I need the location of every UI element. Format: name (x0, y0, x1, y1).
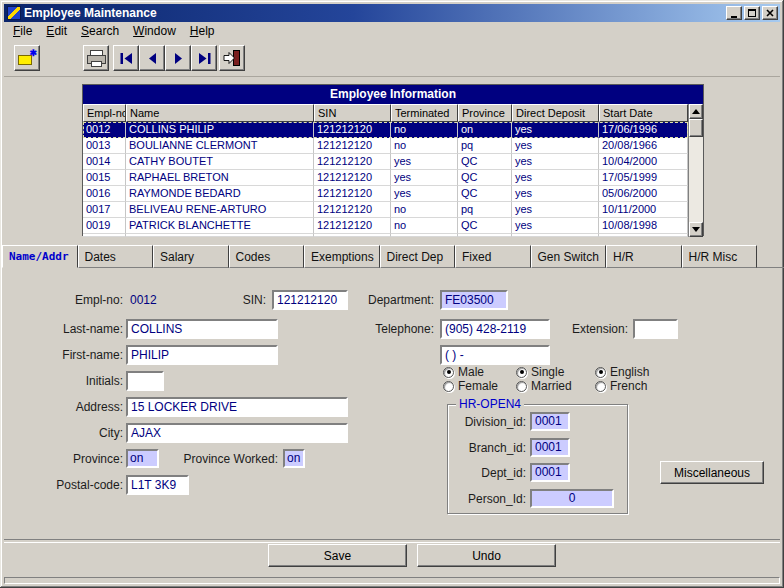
save-button[interactable]: Save (268, 544, 407, 567)
first-name-input[interactable]: PHILIP (126, 345, 278, 365)
title-bar: Employee Maintenance (4, 4, 780, 22)
table-cell: 0017 (83, 202, 126, 218)
column-header-sin[interactable]: SIN (314, 104, 391, 122)
menu-search[interactable]: Search (74, 22, 126, 40)
menu-edit[interactable]: Edit (39, 22, 74, 40)
tab-bar-filler (757, 245, 784, 268)
column-header-province[interactable]: Province (458, 104, 512, 122)
gender-radio-group: MaleFemale (443, 365, 498, 393)
gender-female-radio[interactable] (443, 381, 454, 392)
language-english-radio[interactable] (595, 367, 606, 378)
telephone-input[interactable]: (905) 428-2119 (440, 319, 550, 339)
telephone-label: Telephone: (328, 322, 434, 336)
tab-h-r-misc[interactable]: H/R Misc (682, 245, 758, 268)
department-input[interactable]: FE03500 (440, 290, 508, 310)
tab-direct-dep[interactable]: Direct Dep (380, 245, 456, 268)
table-row[interactable]: 0012COLLINS PHILIP121212120noonyes17/06/… (83, 122, 688, 138)
table-cell: no (391, 202, 458, 218)
dept-id-label: Dept_id: (450, 466, 526, 480)
column-header-terminated[interactable]: Terminated (391, 104, 458, 122)
scroll-thumb[interactable] (689, 119, 703, 137)
miscellaneous-button[interactable]: Miscellaneous (660, 461, 764, 484)
menu-help[interactable]: Help (183, 22, 222, 40)
tab-bar: Name/AddrDatesSalaryCodesExemptionsDirec… (2, 245, 784, 268)
tab-dates[interactable]: Dates (78, 245, 154, 268)
province-input[interactable]: on (126, 449, 159, 468)
column-header-direct-deposit[interactable]: Direct Deposit (512, 104, 599, 122)
division-id-input[interactable]: 0001 (530, 412, 570, 431)
tab-gen-switch[interactable]: Gen Switch (531, 245, 607, 268)
telephone2-input[interactable]: ( ) - (440, 345, 550, 365)
next-record-button[interactable] (165, 45, 191, 71)
table-row[interactable]: 0014CATHY BOUTET121212120yesQCyes10/04/2… (83, 154, 688, 170)
last-name-input[interactable]: COLLINS (126, 319, 278, 339)
table-cell: 0013 (83, 138, 126, 154)
person-id-label: Person_Id: (450, 492, 526, 506)
branch-id-label: Branch_id: (450, 441, 526, 455)
scroll-down-button[interactable] (689, 222, 703, 237)
marital-married-radio[interactable] (516, 381, 527, 392)
menu-file[interactable]: File (6, 22, 39, 40)
address-input[interactable]: 15 LOCKER DRIVE (126, 397, 348, 417)
language-french-label: French (610, 379, 647, 393)
tab-exemptions[interactable]: Exemptions (304, 245, 380, 268)
maximize-button[interactable] (744, 6, 760, 20)
tab-h-r[interactable]: H/R (606, 245, 682, 268)
exit-door-icon (223, 50, 241, 66)
undo-button[interactable]: Undo (417, 544, 556, 567)
previous-record-button[interactable] (139, 45, 165, 71)
branch-id-input[interactable]: 0001 (530, 438, 570, 457)
print-button[interactable] (83, 45, 109, 71)
dept-id-input[interactable]: 0001 (530, 463, 570, 482)
table-cell: no (391, 138, 458, 154)
new-button[interactable]: ✱ (14, 45, 40, 71)
last-record-button[interactable] (191, 45, 217, 71)
first-record-button[interactable] (113, 45, 139, 71)
table-cell: 121212120 (314, 170, 391, 186)
tab-codes[interactable]: Codes (229, 245, 305, 268)
tab-salary[interactable]: Salary (153, 245, 229, 268)
initials-input[interactable] (126, 371, 164, 391)
column-header-empl-no[interactable]: Empl-no (83, 104, 126, 122)
table-cell: QC (458, 218, 512, 234)
table-row[interactable]: 0019PATRICK BLANCHETTE121212120noQCyes10… (83, 218, 688, 234)
table-columns: Empl-noNameSINTerminatedProvinceDirect D… (83, 104, 688, 237)
table-row[interactable]: 0017BELIVEAU RENE-ARTURO121212120nopqyes… (83, 202, 688, 218)
division-id-label: Division_id: (450, 415, 526, 429)
table-scrollbar[interactable] (688, 104, 703, 237)
scroll-track[interactable] (689, 137, 703, 222)
toolbar: ✱ (4, 40, 780, 77)
new-document-icon: ✱ (18, 51, 36, 66)
tab-name-addr[interactable]: Name/Addr (2, 245, 78, 268)
scroll-up-button[interactable] (689, 104, 703, 119)
marital-single-radio[interactable] (516, 367, 527, 378)
app-icon (7, 6, 21, 20)
exit-button[interactable] (219, 45, 245, 71)
table-title: Employee Information (83, 85, 703, 104)
postal-code-input[interactable]: L1T 3K9 (126, 475, 189, 495)
table-row[interactable]: 0016RAYMONDE BEDARD121212120yesQCyes05/0… (83, 186, 688, 202)
table-cell: 121212120 (314, 138, 391, 154)
table-cell: RAYMONDE BEDARD (126, 186, 314, 202)
province-worked-input[interactable]: on (283, 449, 305, 468)
column-header-name[interactable]: Name (126, 104, 314, 122)
table-cell (314, 234, 391, 237)
arrow-down-icon (692, 227, 700, 232)
person-id-input[interactable]: 0 (530, 489, 614, 508)
postal-code-label: Postal-code: (20, 478, 123, 492)
gender-male-radio[interactable] (443, 367, 454, 378)
table-row[interactable]: 0013BOULIANNE CLERMONT121212120nopqyes20… (83, 138, 688, 154)
extension-input[interactable] (633, 319, 678, 339)
table-row[interactable]: 0015RAPHAEL BRETON121212120yesQCyes17/05… (83, 170, 688, 186)
close-button[interactable] (762, 6, 778, 20)
tab-fixed[interactable]: Fixed (455, 245, 531, 268)
table-cell (126, 234, 314, 237)
table-cell (83, 234, 126, 237)
table-cell: 121212120 (314, 122, 391, 138)
language-french-radio[interactable] (595, 381, 606, 392)
column-header-start-date[interactable]: Start Date (599, 104, 688, 122)
minimize-button[interactable] (726, 6, 742, 20)
city-input[interactable]: AJAX (126, 423, 348, 443)
window-controls (726, 6, 778, 20)
menu-window[interactable]: Window (126, 22, 183, 40)
